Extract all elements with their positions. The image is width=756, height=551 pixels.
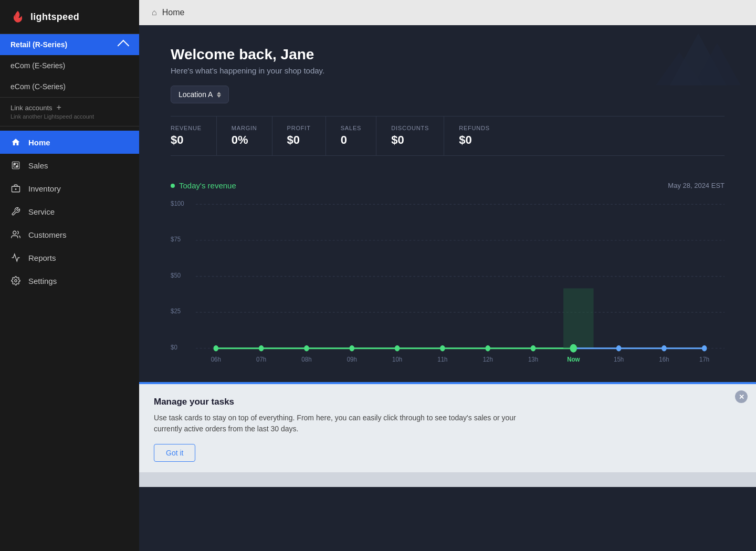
sidebar-item-reports[interactable]: Reports (0, 246, 139, 269)
stats-bar: REVENUE $0 MARGIN 0% PROFIT $0 SALES 0 D… (171, 116, 724, 156)
svg-text:17h: 17h (699, 355, 709, 363)
chart-date: May 28, 2024 EST (668, 182, 724, 189)
svg-point-5 (13, 231, 16, 234)
bottom-panel: ✕ Manage your tasks Use task cards to st… (139, 382, 756, 487)
main-area: ⌂ Home Welcome back, Jane Here's what's … (139, 0, 756, 551)
sidebar-item-sales[interactable]: Sales (0, 154, 139, 177)
decorative-image (651, 25, 746, 93)
stat-profit: PROFIT $0 (287, 116, 326, 155)
svg-point-21 (214, 345, 219, 351)
settings-icon (10, 276, 21, 286)
svg-text:$25: $25 (171, 308, 181, 315)
dropdown-arrows-icon (217, 92, 221, 98)
svg-text:10h: 10h (392, 355, 402, 363)
topbar-title: Home (162, 8, 185, 17)
topbar: ⌂ Home (139, 0, 756, 25)
topbar-home-icon: ⌂ (152, 8, 157, 17)
sidebar-item-inventory[interactable]: Inventory (0, 177, 139, 200)
stat-revenue: REVENUE $0 (171, 116, 217, 155)
svg-text:11h: 11h (437, 355, 447, 363)
task-card: ✕ Manage your tasks Use task cards to st… (139, 382, 756, 472)
close-button[interactable]: ✕ (735, 390, 748, 403)
svg-marker-7 (670, 34, 727, 86)
content-area: Welcome back, Jane Here's what's happeni… (139, 25, 756, 551)
account-ecom-e[interactable]: eCom (E-Series) (0, 55, 139, 76)
link-accounts-button[interactable]: Link accounts + (10, 103, 61, 112)
welcome-section: Welcome back, Jane Here's what's happeni… (139, 25, 756, 181)
sales-icon (10, 160, 21, 171)
chart-title-dot (171, 184, 175, 188)
svg-point-23 (304, 345, 309, 351)
sidebar-item-settings[interactable]: Settings (0, 269, 139, 292)
location-label: Location A (178, 90, 213, 99)
chart-svg: $100 $75 $50 $25 $0 (171, 198, 724, 366)
link-accounts-subtitle: Link another Lightspeed account (10, 112, 94, 124)
location-dropdown[interactable]: Location A (171, 86, 229, 103)
stat-sales: SALES 0 (341, 116, 376, 155)
task-card-description: Use task cards to stay on top of everyth… (154, 412, 521, 435)
svg-point-6 (15, 280, 17, 282)
logo-text: lightspeed (30, 12, 79, 23)
stat-discounts: DISCOUNTS $0 (391, 116, 444, 155)
svg-text:06h: 06h (211, 355, 221, 363)
svg-point-26 (440, 345, 445, 351)
svg-point-24 (349, 345, 354, 351)
svg-text:$0: $0 (171, 343, 177, 351)
svg-rect-20 (563, 288, 594, 348)
sidebar-item-customers[interactable]: Customers (0, 223, 139, 246)
svg-marker-9 (656, 52, 703, 86)
link-accounts-section: Link accounts + Link another Lightspeed … (0, 98, 139, 126)
svg-text:08h: 08h (301, 355, 311, 363)
svg-point-28 (531, 345, 536, 351)
svg-marker-8 (694, 43, 741, 86)
mountain-illustration (651, 25, 746, 93)
sidebar: lightspeed Retail (R-Series) eCom (E-Ser… (0, 0, 139, 551)
plus-icon: + (57, 103, 61, 112)
got-it-button[interactable]: Got it (154, 444, 195, 462)
account-retail[interactable]: Retail (R-Series) (0, 34, 139, 55)
account-switcher: Retail (R-Series) eCom (E-Series) eCom (… (0, 34, 139, 98)
chart-section: Today's revenue May 28, 2024 EST $100 $7… (139, 181, 756, 382)
svg-text:Now: Now (567, 355, 580, 363)
lightspeed-logo-icon (10, 9, 25, 24)
home-icon (10, 137, 21, 147)
chart-header: Today's revenue May 28, 2024 EST (171, 181, 724, 190)
nav-menu: Home Sales Inventory Service (0, 126, 139, 551)
svg-text:12h: 12h (483, 355, 493, 363)
stat-refunds: REFUNDS $0 (459, 116, 505, 155)
svg-point-29 (570, 344, 577, 353)
svg-text:$100: $100 (171, 199, 184, 207)
inventory-icon (10, 183, 21, 194)
svg-text:$50: $50 (171, 271, 181, 279)
svg-text:16h: 16h (659, 355, 669, 363)
sidebar-item-home[interactable]: Home (0, 131, 139, 154)
svg-point-27 (485, 345, 490, 351)
svg-text:09h: 09h (347, 355, 357, 363)
chart-title: Today's revenue (171, 181, 236, 190)
svg-point-30 (616, 345, 622, 351)
svg-text:$75: $75 (171, 235, 181, 243)
reports-icon (10, 252, 21, 263)
svg-point-31 (662, 345, 667, 351)
sidebar-item-service[interactable]: Service (0, 200, 139, 223)
task-card-title: Manage your tasks (154, 397, 741, 407)
welcome-subtitle: Here's what's happening in your shop tod… (171, 66, 724, 75)
stat-margin: MARGIN 0% (232, 116, 272, 155)
chevron-up-icon (118, 40, 130, 52)
service-icon (10, 206, 21, 217)
svg-point-22 (259, 345, 264, 351)
svg-point-25 (395, 345, 400, 351)
svg-point-32 (702, 345, 707, 351)
customers-icon (10, 229, 21, 240)
svg-text:15h: 15h (614, 355, 624, 363)
logo: lightspeed (0, 0, 139, 34)
revenue-chart: $100 $75 $50 $25 $0 (171, 198, 724, 366)
svg-text:13h: 13h (528, 355, 538, 363)
account-ecom-c[interactable]: eCom (C-Series) (0, 76, 139, 97)
svg-text:07h: 07h (256, 355, 266, 363)
welcome-title: Welcome back, Jane (171, 46, 724, 63)
